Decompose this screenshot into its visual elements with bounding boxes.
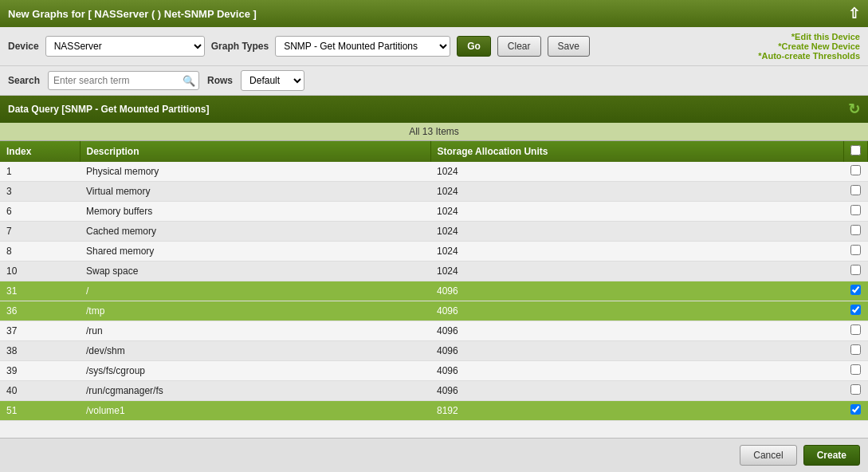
cell-description: Shared memory <box>80 242 430 262</box>
search-label: Search <box>8 75 40 86</box>
refresh-icon[interactable]: ↻ <box>848 100 860 118</box>
col-header-description: Description <box>80 141 430 162</box>
create-button[interactable]: Create <box>803 445 860 466</box>
select-all-checkbox[interactable] <box>850 145 861 155</box>
go-button[interactable]: Go <box>457 36 491 57</box>
cell-checkbox[interactable] <box>844 361 868 381</box>
table-row: 39/sys/fs/cgroup4096 <box>0 361 868 381</box>
cell-checkbox[interactable] <box>844 242 868 262</box>
cell-checkbox[interactable] <box>844 381 868 401</box>
device-select[interactable]: NASServer <box>45 36 205 57</box>
cell-index: 40 <box>0 381 80 401</box>
cell-units: 4096 <box>430 361 844 381</box>
search-icon[interactable]: 🔍 <box>183 75 195 87</box>
toolbar: Device NASServer Graph Types SNMP - Get … <box>0 27 868 66</box>
search-input-wrap: 🔍 <box>48 71 199 90</box>
table-row: 36/tmp4096 <box>0 301 868 321</box>
cell-description: /run <box>80 321 430 341</box>
data-query-header: Data Query [SNMP - Get Mounted Partition… <box>0 96 868 123</box>
data-table: Index Description Storage Allocation Uni… <box>0 141 868 421</box>
cell-index: 8 <box>0 242 80 262</box>
save-button[interactable]: Save <box>548 36 590 57</box>
cell-description: /run/cgmanager/fs <box>80 381 430 401</box>
device-label: Device <box>8 41 39 52</box>
cell-index: 38 <box>0 341 80 361</box>
table-row: 7Cached memory1024 <box>0 222 868 242</box>
row-checkbox[interactable] <box>850 245 861 255</box>
cell-units: 4096 <box>430 281 844 301</box>
collapse-icon[interactable]: ⇧ <box>848 5 860 22</box>
cell-units: 4096 <box>430 381 844 401</box>
cell-description: Virtual memory <box>80 182 430 202</box>
cell-description: /tmp <box>80 301 430 321</box>
cell-units: 4096 <box>430 341 844 361</box>
row-checkbox[interactable] <box>850 205 861 215</box>
row-checkbox[interactable] <box>850 384 861 395</box>
graph-type-select[interactable]: SNMP - Get Mounted Partitions <box>275 36 450 57</box>
cancel-button[interactable]: Cancel <box>740 445 796 466</box>
clear-button[interactable]: Clear <box>497 36 541 57</box>
cell-checkbox[interactable] <box>844 281 868 301</box>
cell-checkbox[interactable] <box>844 341 868 361</box>
row-checkbox[interactable] <box>850 364 861 375</box>
cell-index: 51 <box>0 401 80 421</box>
cell-checkbox[interactable] <box>844 301 868 321</box>
row-checkbox[interactable] <box>850 265 861 275</box>
row-checkbox[interactable] <box>850 324 861 335</box>
cell-checkbox[interactable] <box>844 202 868 222</box>
col-header-check[interactable] <box>844 141 868 162</box>
page-title: New Graphs for [ NASServer ( ) Net-SNMP … <box>8 8 257 20</box>
table-row: 6Memory buffers1024 <box>0 202 868 222</box>
cell-checkbox[interactable] <box>844 321 868 341</box>
cell-checkbox[interactable] <box>844 182 868 202</box>
cell-units: 1024 <box>430 242 844 262</box>
col-header-units: Storage Allocation Units <box>430 141 844 162</box>
col-header-index: Index <box>0 141 80 162</box>
table-row: 51/volume18192 <box>0 401 868 421</box>
row-checkbox[interactable] <box>850 165 861 175</box>
table-row: 40/run/cgmanager/fs4096 <box>0 381 868 401</box>
cell-checkbox[interactable] <box>844 222 868 242</box>
cell-units: 4096 <box>430 321 844 341</box>
cell-checkbox[interactable] <box>844 162 868 182</box>
cell-description: /dev/shm <box>80 341 430 361</box>
graph-types-label: Graph Types <box>211 41 269 52</box>
cell-units: 1024 <box>430 162 844 182</box>
create-new-device-link[interactable]: *Create New Device <box>778 41 860 51</box>
cell-checkbox[interactable] <box>844 262 868 281</box>
all-items-bar: All 13 Items <box>0 123 868 141</box>
cell-checkbox[interactable] <box>844 401 868 421</box>
row-checkbox[interactable] <box>850 285 861 295</box>
cell-index: 39 <box>0 361 80 381</box>
row-checkbox[interactable] <box>850 404 861 415</box>
cell-index: 36 <box>0 301 80 321</box>
table-row: 10Swap space1024 <box>0 262 868 281</box>
table-row: 38/dev/shm4096 <box>0 341 868 361</box>
rows-select[interactable]: Default 10 25 50 100 <box>241 70 304 91</box>
search-input[interactable] <box>48 71 199 90</box>
cell-description: / <box>80 281 430 301</box>
data-table-container: Index Description Storage Allocation Uni… <box>0 141 868 421</box>
footer: Cancel Create <box>0 438 868 472</box>
edit-device-link[interactable]: *Edit this Device <box>791 32 860 41</box>
cell-index: 3 <box>0 182 80 202</box>
cell-index: 31 <box>0 281 80 301</box>
cell-index: 6 <box>0 202 80 222</box>
table-row: 1Physical memory1024 <box>0 162 868 182</box>
cell-index: 1 <box>0 162 80 182</box>
table-row: 37/run4096 <box>0 321 868 341</box>
table-row: 3Virtual memory1024 <box>0 182 868 202</box>
row-checkbox[interactable] <box>850 185 861 195</box>
auto-create-link[interactable]: *Auto-create Thresholds <box>758 51 860 61</box>
cell-units: 1024 <box>430 262 844 281</box>
row-checkbox[interactable] <box>850 225 861 235</box>
row-checkbox[interactable] <box>850 344 861 355</box>
cell-description: Memory buffers <box>80 202 430 222</box>
cell-index: 37 <box>0 321 80 341</box>
table-row: 8Shared memory1024 <box>0 242 868 262</box>
search-row: Search 🔍 Rows Default 10 25 50 100 <box>0 66 868 96</box>
cell-description: /volume1 <box>80 401 430 421</box>
row-checkbox[interactable] <box>850 305 861 315</box>
right-links: *Edit this Device *Create New Device *Au… <box>758 32 860 61</box>
cell-description: Cached memory <box>80 222 430 242</box>
